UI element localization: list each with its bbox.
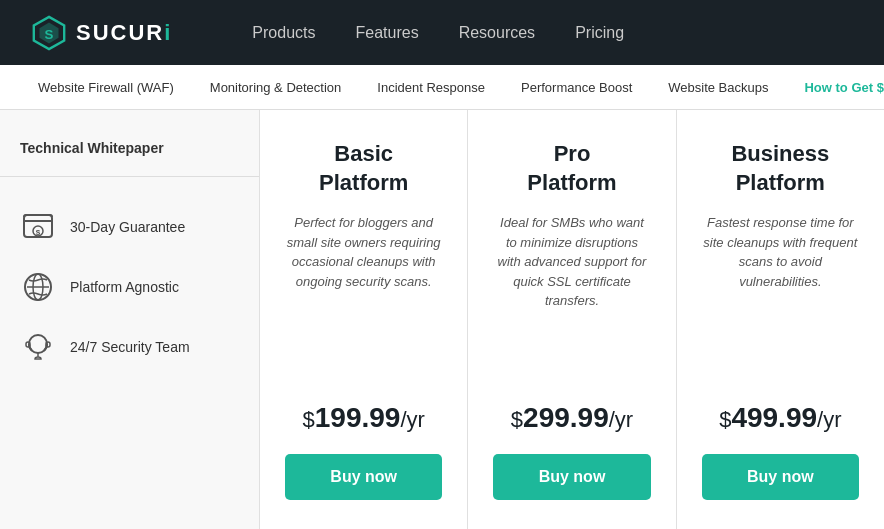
feature-platform: Platform Agnostic [0, 257, 259, 317]
plan-business-name: BusinessPlatform [731, 140, 829, 197]
guarantee-icon: $ [20, 209, 56, 245]
plan-basic-currency: $ [302, 407, 314, 432]
plan-basic-buy[interactable]: Buy now [285, 454, 442, 500]
svg-text:$: $ [36, 228, 41, 237]
plan-business-desc: Fastest response time for site cleanups … [702, 213, 859, 378]
nav-pricing[interactable]: Pricing [575, 19, 624, 47]
support-label: 24/7 Security Team [70, 339, 190, 355]
plan-pro-currency: $ [511, 407, 523, 432]
plan-pro-price: $299.99/yr [511, 402, 633, 434]
plan-pro-buy[interactable]: Buy now [493, 454, 650, 500]
nav-features[interactable]: Features [356, 19, 419, 47]
plan-pro-name: ProPlatform [527, 140, 616, 197]
svg-rect-9 [26, 342, 30, 347]
subnav-howto[interactable]: How to Get $ [786, 65, 884, 110]
sucuri-logo-icon: S [30, 14, 68, 52]
pricing-area: BasicPlatform Perfect for bloggers and s… [260, 110, 884, 529]
plan-business-currency: $ [719, 407, 731, 432]
svg-rect-10 [46, 342, 50, 347]
plan-pro-amount: 299.99 [523, 402, 609, 433]
plan-basic: BasicPlatform Perfect for bloggers and s… [260, 110, 468, 529]
feature-support: 24/7 Security Team [0, 317, 259, 377]
plan-pro-desc: Ideal for SMBs who want to minimize disr… [493, 213, 650, 378]
plan-pro-period: /yr [609, 407, 633, 432]
logo[interactable]: S SUCURi [30, 14, 172, 52]
sidebar: Technical Whitepaper $ 30-Day Guarantee [0, 110, 260, 529]
plan-business-price: $499.99/yr [719, 402, 841, 434]
nav-resources[interactable]: Resources [459, 19, 535, 47]
sidebar-title: Technical Whitepaper [0, 130, 259, 176]
sub-nav: Website Firewall (WAF) Monitoring & Dete… [0, 65, 884, 110]
subnav-waf[interactable]: Website Firewall (WAF) [20, 65, 192, 110]
svg-text:S: S [45, 26, 54, 41]
plan-basic-period: /yr [400, 407, 424, 432]
subnav-performance[interactable]: Performance Boost [503, 65, 650, 110]
plan-basic-desc: Perfect for bloggers and small site owne… [285, 213, 442, 378]
plan-basic-name: BasicPlatform [319, 140, 408, 197]
nav-products[interactable]: Products [252, 19, 315, 47]
guarantee-label: 30-Day Guarantee [70, 219, 185, 235]
subnav-monitoring[interactable]: Monitoring & Detection [192, 65, 360, 110]
support-icon [20, 329, 56, 365]
logo-text: SUCURi [76, 20, 172, 46]
plan-business-amount: 499.99 [731, 402, 817, 433]
subnav-incident[interactable]: Incident Response [359, 65, 503, 110]
platform-icon [20, 269, 56, 305]
plan-business-buy[interactable]: Buy now [702, 454, 859, 500]
plan-business: BusinessPlatform Fastest response time f… [677, 110, 884, 529]
sidebar-divider [0, 176, 259, 177]
main-nav: Products Features Resources Pricing [252, 19, 624, 47]
plan-basic-price: $199.99/yr [302, 402, 424, 434]
feature-guarantee: $ 30-Day Guarantee [0, 197, 259, 257]
platform-label: Platform Agnostic [70, 279, 179, 295]
plan-basic-amount: 199.99 [315, 402, 401, 433]
main-content: Technical Whitepaper $ 30-Day Guarantee [0, 110, 884, 529]
plan-pro: ProPlatform Ideal for SMBs who want to m… [468, 110, 676, 529]
plan-business-period: /yr [817, 407, 841, 432]
header: S SUCURi Products Features Resources Pri… [0, 0, 884, 65]
subnav-backups[interactable]: Website Backups [650, 65, 786, 110]
